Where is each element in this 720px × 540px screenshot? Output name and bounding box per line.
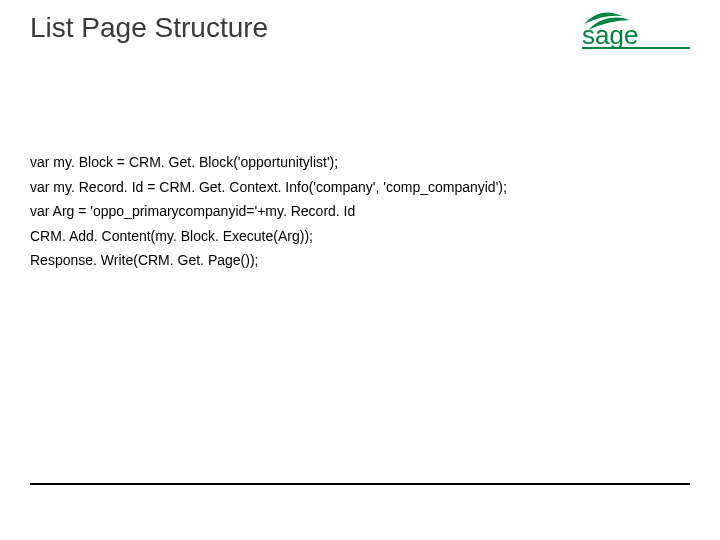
code-line: var my. Record. Id = CRM. Get. Context. …	[30, 175, 690, 200]
svg-text:sage: sage	[582, 20, 638, 50]
code-line: CRM. Add. Content(my. Block. Execute(Arg…	[30, 224, 690, 249]
code-line: Response. Write(CRM. Get. Page());	[30, 248, 690, 273]
code-line: var Arg = 'oppo_primarycompanyid='+my. R…	[30, 199, 690, 224]
sage-logo: sage	[582, 10, 692, 50]
footer-divider	[30, 483, 690, 485]
code-line: var my. Block = CRM. Get. Block('opportu…	[30, 150, 690, 175]
code-block: var my. Block = CRM. Get. Block('opportu…	[30, 150, 690, 273]
slide: List Page Structure sage var my. Block =…	[0, 0, 720, 540]
page-title: List Page Structure	[30, 12, 268, 44]
